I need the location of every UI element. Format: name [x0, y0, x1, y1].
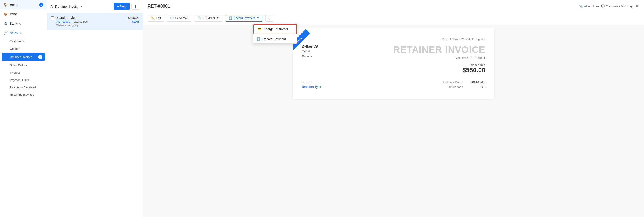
attach-files-button[interactable]: 📎 Attach Files — [579, 5, 599, 8]
bill-to-section: Bill To Brandon Tyler — [302, 80, 321, 90]
invoice-top: Zylker CA Ontario Canada RETAINER INVOIC… — [302, 44, 485, 74]
bill-to-label: Bill To — [302, 80, 321, 84]
list-panel: All Retainer Invoi... ▼ + New ⋮ Brandon … — [47, 0, 143, 217]
list-item-retainer-id: RET-00001 — [56, 20, 70, 23]
balance-section: Balance Due $550.00 — [393, 63, 485, 74]
reference-row: Reference : 123 — [444, 85, 485, 88]
record-payment-dropdown: 💳 Charge Customer ⬇️ Record Payment — [253, 24, 298, 44]
list-title-label: All Retainer Invoi... — [50, 5, 79, 8]
sidebar-item-payment-links[interactable]: Payment Links — [0, 76, 47, 84]
close-button[interactable]: ✕ — [634, 3, 640, 10]
retainer-date-value: 2024/02/29 — [467, 80, 485, 84]
main-header: RET-00001 📎 Attach Files 💬 Comments & Hi… — [143, 0, 644, 12]
banking-icon: 🏦 — [4, 22, 8, 26]
sidebar-item-retainer-invoices[interactable]: Retainer Invoices + — [2, 53, 45, 61]
sidebar-item-home[interactable]: 🏠 Home 1 — [0, 0, 47, 10]
sidebar: 🏠 Home 1 📦 Items 🏦 Banking 🛒 Sales ▲ Cus… — [0, 0, 47, 217]
mail-icon: ✉️ — [170, 16, 174, 20]
toolbar-more-button[interactable]: ⋮ — [266, 15, 273, 22]
doc-title: RET-00001 — [148, 4, 576, 9]
comment-icon: 💬 — [601, 5, 605, 8]
invoice-paper: Sent Project Name: Website Designing Zyl… — [293, 29, 494, 99]
sidebar-item-quotes[interactable]: Quotes — [0, 45, 47, 52]
home-icon: 🏠 — [4, 3, 8, 7]
comments-history-button[interactable]: 💬 Comments & History — [601, 5, 632, 8]
sidebar-item-customers[interactable]: Customers — [0, 38, 47, 45]
edit-button[interactable]: ✏️ Edit — [148, 15, 164, 22]
balance-due-label: Balance Due — [393, 63, 485, 67]
retainer-date-label: Retainer Date : — [444, 80, 463, 84]
sidebar-item-recurring-invoices[interactable]: Recurring Invoices — [0, 91, 47, 98]
sidebar-item-invoices[interactable]: Invoices — [0, 69, 47, 76]
company-name: Zylker CA — [302, 44, 319, 48]
list-item-date: 2024/02/29 — [74, 20, 88, 23]
sidebar-item-sales[interactable]: 🛒 Sales ▲ — [0, 28, 47, 38]
list-header: All Retainer Invoi... ▼ + New ⋮ — [47, 0, 143, 13]
list-item[interactable]: Brandon Tyler RET-00001 | 2024/02/29 Web… — [47, 13, 143, 30]
new-button-label: + New — [117, 5, 126, 8]
reference-value: 123 — [467, 85, 485, 88]
list-title-arrow-icon: ▼ — [80, 5, 83, 8]
invoice-title-area: RETAINER INVOICE Retainer# RET-00001 Bal… — [393, 44, 485, 74]
pdf-icon: 📄 — [198, 16, 201, 20]
sidebar-item-payments-received[interactable]: Payments Received — [0, 84, 47, 91]
record-payment-dropdown-icon: ⬇️ — [256, 37, 260, 41]
invoice-middle: Bill To Brandon Tyler Retainer Date : 20… — [302, 80, 485, 90]
reference-label: Reference : — [448, 85, 463, 88]
pdf-arrow-icon: ▼ — [216, 16, 219, 20]
list-item-name: Brandon Tyler — [56, 16, 126, 20]
sidebar-item-sales-orders[interactable]: Sales Orders — [0, 61, 47, 69]
list-item-meta: RET-00001 | 2024/02/29 — [56, 20, 126, 23]
edit-icon: ✏️ — [151, 16, 154, 20]
send-mail-button[interactable]: ✉️ Send Mail — [167, 15, 192, 22]
company-info: Zylker CA Ontario Canada — [302, 44, 319, 59]
sales-icon: 🛒 — [4, 31, 8, 35]
retainer-plus-badge: + — [38, 55, 42, 59]
sidebar-home-label: Home — [10, 3, 18, 7]
record-payment-item[interactable]: ⬇️ Record Payment — [253, 35, 297, 44]
sales-chevron-icon: ▲ — [20, 32, 22, 34]
bill-to-name: Brandon Tyler — [302, 85, 321, 88]
main-panel: RET-00001 📎 Attach Files 💬 Comments & Hi… — [143, 0, 644, 217]
home-badge: 1 — [39, 3, 43, 7]
retainer-num: Retainer# RET-00001 — [393, 56, 485, 60]
sidebar-sales-label: Sales — [10, 31, 18, 35]
project-name-bar: Project Name: Website Designing — [302, 37, 485, 41]
invoice-big-title: RETAINER INVOICE — [393, 44, 485, 55]
invoice-meta: Retainer Date : 2024/02/29 Reference : 1… — [444, 80, 485, 90]
sales-submenu: Customers Quotes Retainer Invoices + Sal… — [0, 38, 47, 98]
record-payment-icon: ⬇️ — [228, 16, 232, 20]
balance-amount: $550.00 — [393, 67, 485, 74]
header-actions: 📎 Attach Files 💬 Comments & History ✕ — [579, 3, 640, 10]
retainer-date-row: Retainer Date : 2024/02/29 — [444, 80, 485, 84]
list-item-status: SENT — [128, 20, 139, 23]
record-payment-arrow-icon: ▼ — [256, 16, 260, 20]
sidebar-item-banking[interactable]: 🏦 Banking — [0, 19, 47, 28]
list-item-amount: $550.00 — [128, 16, 139, 20]
list-item-content: Brandon Tyler RET-00001 | 2024/02/29 Web… — [56, 16, 126, 27]
sidebar-item-items[interactable]: 📦 Items — [0, 10, 47, 19]
sidebar-banking-label: Banking — [10, 22, 21, 25]
toolbar: ✏️ Edit ✉️ Send Mail 📄 PDF/Print ▼ ⬇️ Re… — [143, 12, 644, 24]
charge-customer-icon: 💳 — [258, 27, 261, 31]
list-item-right: $550.00 SENT — [128, 16, 139, 23]
list-item-separator: | — [72, 20, 72, 23]
paperclip-icon: 📎 — [579, 5, 583, 8]
new-button[interactable]: + New — [114, 3, 130, 10]
invoice-content: Sent Project Name: Website Designing Zyl… — [143, 24, 644, 217]
sidebar-items-label: Items — [10, 12, 18, 16]
record-payment-button[interactable]: ⬇️ Record Payment ▼ — [225, 15, 263, 22]
items-icon: 📦 — [4, 12, 8, 16]
company-addr: Ontario Canada — [302, 49, 319, 59]
pdf-print-button[interactable]: 📄 PDF/Print ▼ — [194, 15, 222, 22]
charge-customer-item[interactable]: 💳 Charge Customer — [253, 24, 297, 34]
list-item-checkbox[interactable] — [50, 16, 54, 20]
list-item-desc: Website Designing — [56, 24, 126, 27]
list-more-button[interactable]: ⋮ — [132, 3, 139, 10]
list-title-dropdown[interactable]: All Retainer Invoi... ▼ — [50, 5, 83, 8]
